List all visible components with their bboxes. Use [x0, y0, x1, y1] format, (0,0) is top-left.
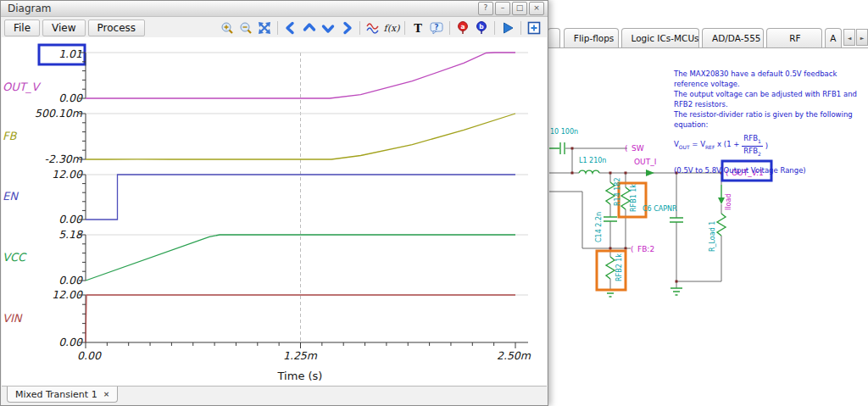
signal-vin: VIN: [3, 312, 23, 325]
x-tick-0: 0.00: [77, 349, 102, 362]
outv-max-label: 1.01: [58, 47, 82, 60]
resistor-rfb1[interactable]: [621, 187, 630, 209]
fb-min-label: -2.30m: [44, 153, 82, 165]
tab-partial-right[interactable]: A: [825, 28, 842, 47]
label-iload: Iload: [725, 194, 732, 210]
ground-c6: [670, 288, 682, 295]
svg-text:(: (: [625, 144, 628, 153]
label-rfb1: RFB1 1k: [630, 184, 637, 212]
schematic-panel: 10 100n L1 210n R14 182 RFB1 1k C6 CAPNR…: [548, 0, 868, 406]
note-line-1: The MAX20830 have a default 0.5V feedbac…: [674, 69, 868, 89]
note-line-2: The output voltage can be adjusted with …: [674, 89, 868, 109]
svg-text:(: (: [631, 245, 634, 253]
waveforms: [79, 53, 528, 348]
label-out-i: OUT_I: [634, 158, 656, 166]
label-sw: SW: [632, 144, 644, 153]
en-max-label: 12.00: [52, 168, 83, 181]
tab-flip-flops[interactable]: Flip-flops: [564, 28, 619, 47]
out-i-arrowhead: [646, 170, 654, 176]
x-axis-title: Time (s): [277, 370, 323, 382]
tab-ad-da-555[interactable]: AD/DA-555: [702, 28, 764, 47]
tab-partial-left[interactable]: [548, 28, 560, 47]
tab-scroll-left-button[interactable]: ◄: [843, 29, 855, 46]
note-output-range: (0.5V to 5.8V Output Voltage Range): [674, 165, 868, 175]
resistor-rfb2[interactable]: [606, 257, 615, 279]
resistor-rload[interactable]: [717, 214, 726, 236]
label-rload: R_Load 1: [709, 221, 716, 252]
signal-outv: OUT_V: [3, 81, 42, 94]
tab-mixed-transient[interactable]: Mixed Transient 1 ×: [7, 387, 118, 403]
x-tick-1: 1.25m: [283, 349, 318, 362]
fb-max-label: 500.10m: [35, 107, 83, 120]
tab-logic-ics-mcus[interactable]: Logic ICs-MCUs: [621, 28, 700, 47]
tab-close-icon[interactable]: ×: [103, 390, 110, 398]
component-tabbar: Flip-flops Logic ICs-MCUs AD/DA-555 RF A…: [548, 26, 868, 48]
vout-equation: VOUT = VREF x (1 + RFB1 RFB2 ): [674, 134, 868, 158]
signal-vcc: VCC: [3, 251, 27, 264]
label-c6: C6 CAPNR: [643, 205, 677, 213]
signal-en: EN: [3, 190, 19, 203]
label-fb2: FB:2: [637, 245, 654, 253]
waveform-chart: 1.01 0.00 500.10m -2.30m 12.00 0.00 5.18…: [1, 1, 549, 406]
diagram-window: Diagram ? – □ × File View Process: [0, 0, 548, 406]
iload-arrowhead: [718, 197, 725, 204]
schematic-canvas[interactable]: 10 100n L1 210n R14 182 RFB1 1k C6 CAPNR…: [548, 0, 868, 406]
x-tick-2: 2.50m: [497, 349, 531, 362]
equation-fraction: RFB1 RFB2: [742, 134, 762, 158]
label-r14: R14 182: [614, 177, 621, 206]
tab-scroll-right-button[interactable]: ►: [856, 29, 868, 46]
label-c10: 10 100n: [550, 128, 578, 136]
capacitor-c10[interactable]: [549, 142, 565, 154]
schematic-annotation: The MAX20830 have a default 0.5V feedbac…: [674, 69, 868, 175]
x-tick-labels: 0.00 1.25m 2.50m: [77, 349, 531, 362]
capacitor-c14[interactable]: [604, 217, 617, 221]
label-l1: L1 210n: [579, 157, 606, 164]
diagram-tab-strip: Mixed Transient 1 ×: [2, 386, 547, 404]
y-tick-labels: 1.01 0.00 500.10m -2.30m 12.00 0.00 5.18…: [35, 47, 83, 348]
vin-max-label: 12.00: [52, 288, 83, 301]
label-c14: C14 2.2n: [595, 212, 603, 242]
note-line-3: The resistor-divider ratio is given by t…: [674, 109, 868, 130]
capacitor-c6[interactable]: [670, 218, 683, 222]
signal-fb: FB: [3, 130, 17, 142]
tab-rf[interactable]: RF: [766, 28, 821, 47]
inductor-l1[interactable]: [579, 170, 599, 173]
label-rfb2: RFB2 1k: [615, 253, 623, 281]
